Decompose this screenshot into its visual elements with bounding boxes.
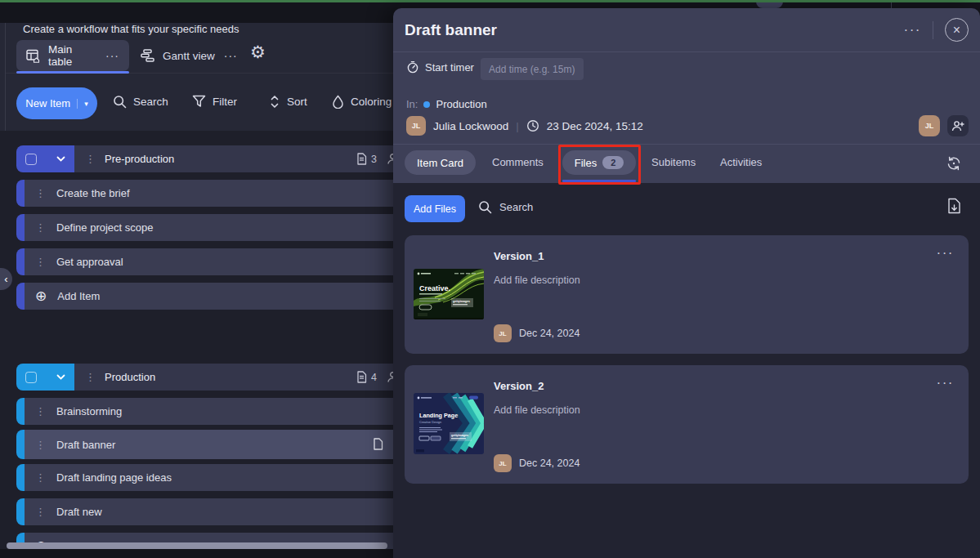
drag-handle-icon[interactable]: ⋮ (85, 372, 96, 382)
chevron-down-icon[interactable] (56, 374, 65, 380)
group-header-production[interactable]: ⋮ Production 4 (16, 364, 393, 391)
main-table-menu-icon[interactable]: ··· (105, 49, 119, 62)
item-meta-row: JL Julia Lockwood | 23 Dec 2024, 15:12 J… (406, 115, 969, 136)
tab-gantt-label: Gantt view (163, 50, 215, 62)
drawer-header: Draft banner ··· × (393, 8, 980, 52)
owner-name: Julia Lockwood (433, 120, 508, 132)
subscriber-avatar[interactable]: JL (919, 115, 940, 136)
sync-icon[interactable] (946, 155, 962, 172)
item-group-row: In: Production (406, 98, 487, 110)
tab-item-card[interactable]: Item Card (405, 150, 476, 175)
group-header-pre-production[interactable]: ⋮ Pre-production 3 (16, 145, 393, 172)
tab-subitems[interactable]: Subitems (651, 150, 696, 175)
tab-gantt-view[interactable]: Gantt view ··· (141, 40, 238, 71)
person-add-icon (951, 120, 964, 132)
table-row[interactable]: ⋮Define project scope (16, 214, 393, 241)
tab-main-table[interactable]: Main table ··· (16, 40, 129, 71)
avatar: JL (406, 116, 426, 136)
person-icon (387, 153, 393, 168)
file-thumbnail[interactable]: Creative. gettyimages (414, 269, 484, 319)
file-menu-icon[interactable]: ··· (937, 376, 954, 390)
drawer-tabs: Item Card Comments Files 2 Subitems Acti… (393, 144, 980, 183)
tab-item-card-label: Item Card (417, 157, 463, 169)
file-icon[interactable] (373, 438, 383, 453)
filter-icon (192, 95, 206, 108)
file-download-icon[interactable] (946, 198, 962, 214)
files-panel: Add Files Search Version_1 ··· Add file … (393, 183, 980, 558)
chevron-down-icon[interactable] (56, 156, 65, 162)
row-color-cap (16, 283, 25, 310)
coloring-label: Coloring (351, 96, 392, 108)
gantt-view-icon (141, 49, 155, 62)
in-label: In: (406, 98, 418, 110)
board-search-button[interactable]: Search (113, 95, 168, 109)
group-checkbox[interactable] (25, 372, 37, 383)
add-item-row[interactable]: ⊕Add Item (16, 283, 393, 310)
row-color-cap (16, 464, 25, 491)
gear-icon[interactable]: ⚙ (250, 43, 266, 60)
add-files-button[interactable]: Add Files (405, 195, 465, 222)
close-icon[interactable]: × (945, 18, 969, 42)
doc-icon (356, 153, 367, 165)
group-name[interactable]: Production (105, 371, 155, 383)
thumb-headline: Creative. (419, 284, 450, 292)
timer-icon (406, 60, 419, 74)
table-row[interactable]: ⋮Get approaval (16, 248, 393, 275)
annotation-highlight (558, 145, 641, 185)
table-row-selected[interactable]: ⋮ Draft banner (16, 430, 393, 459)
file-title: Version_2 (494, 380, 544, 392)
group-name[interactable]: Pre-production (105, 153, 174, 165)
horizontal-scrollbar[interactable] (7, 542, 387, 549)
person-icon (387, 371, 393, 386)
drag-handle-icon[interactable]: ⋮ (35, 472, 46, 483)
top-bar-divider (891, 2, 892, 8)
gantt-menu-icon[interactable]: ··· (224, 49, 238, 62)
drag-handle-icon[interactable]: ⋮ (35, 406, 46, 417)
tab-comments[interactable]: Comments (492, 150, 544, 175)
file-menu-icon[interactable]: ··· (937, 246, 954, 260)
files-search-label: Search (499, 201, 533, 213)
tab-activities[interactable]: Activities (720, 150, 762, 175)
group-count-value: 3 (371, 154, 377, 165)
sort-button[interactable]: Sort (269, 95, 307, 109)
start-timer-button[interactable]: Start timer (406, 60, 474, 74)
item-label: Brainstorming (56, 405, 122, 417)
sort-label: Sort (287, 96, 307, 108)
drag-handle-icon[interactable]: ⋮ (35, 188, 46, 199)
file-description[interactable]: Add file description (494, 275, 580, 286)
row-color-cap (16, 214, 25, 241)
add-time-input[interactable] (481, 58, 584, 80)
add-subscriber-button[interactable] (947, 115, 969, 136)
filter-button[interactable]: Filter (192, 95, 237, 108)
drag-handle-icon[interactable]: ⋮ (35, 507, 46, 517)
views-row-divider (6, 73, 393, 74)
table-row[interactable]: ⋮Create the brief (16, 180, 393, 207)
file-footer: JL Dec 24, 2024 (494, 454, 579, 472)
new-item-button[interactable]: New Item ▾ (16, 87, 97, 119)
chevron-down-icon[interactable]: ▾ (77, 99, 88, 109)
table-row[interactable]: ⋮Draft new (16, 498, 393, 525)
item-label: Draft banner (56, 439, 115, 451)
sort-icon (269, 95, 280, 109)
panel-bottom-strip (0, 549, 393, 558)
group-color-dot (423, 101, 430, 108)
add-circle-icon[interactable]: ⊕ (35, 289, 47, 303)
coloring-button[interactable]: Coloring (332, 95, 392, 109)
meta-separator: | (516, 120, 519, 132)
drag-handle-icon[interactable]: ⋮ (35, 440, 46, 450)
drag-handle-icon[interactable]: ⋮ (35, 257, 46, 267)
table-row[interactable]: ⋮Brainstorming (16, 398, 393, 425)
drag-handle-icon[interactable]: ⋮ (35, 222, 46, 233)
drawer-menu-icon[interactable]: ··· (904, 23, 921, 37)
file-description[interactable]: Add file description (494, 404, 580, 416)
drag-handle-icon[interactable]: ⋮ (85, 154, 96, 164)
group-checkbox[interactable] (25, 154, 37, 165)
file-thumbnail[interactable]: Landing Page Creative Design gettyimages (414, 393, 484, 454)
files-search-button[interactable]: Search (478, 200, 533, 214)
table-row[interactable]: ⋮Draft landing page ideas (16, 464, 393, 491)
filter-label: Filter (213, 96, 237, 108)
row-color-cap (16, 498, 25, 525)
search-icon (113, 95, 127, 109)
doc-icon (356, 371, 367, 383)
group-name-value[interactable]: Production (436, 98, 486, 110)
